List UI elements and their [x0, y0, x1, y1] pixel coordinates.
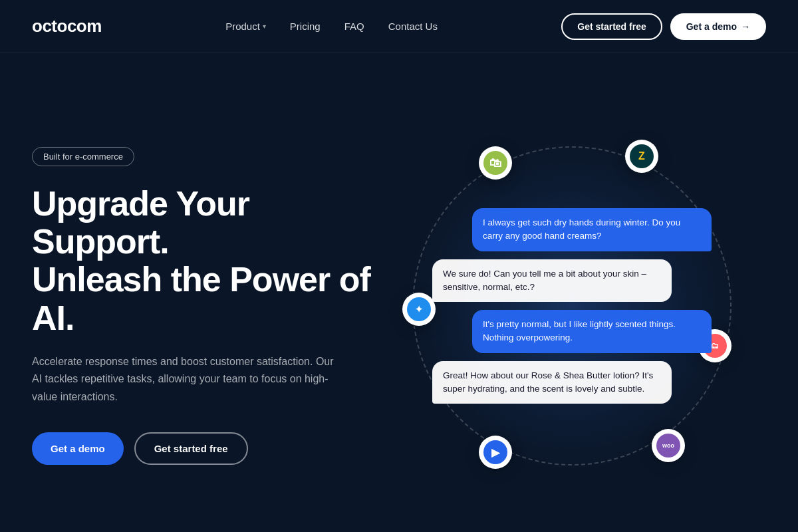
hero-visualization: 🛍 Z ✦ 🗂 ▶ woo I always get such dry hand… — [378, 80, 766, 532]
chat-container: I always get such dry hands during winte… — [432, 208, 712, 404]
platform-icon-recharm: ▶ — [479, 436, 512, 469]
arrow-right-icon: → — [741, 21, 750, 32]
navbar: octocom Product ▾ Pricing FAQ Contact Us… — [0, 0, 798, 53]
chat-message-1: I always get such dry hands during winte… — [432, 208, 712, 251]
get-started-free-button[interactable]: Get started free — [561, 13, 662, 40]
nav-link-pricing[interactable]: Pricing — [290, 21, 321, 32]
hero-buttons: Get a demo Get started free — [32, 432, 378, 465]
chat-message-2: We sure do! Can you tell me a bit about … — [432, 259, 712, 303]
nav-link-faq[interactable]: FAQ — [344, 21, 364, 32]
chat-message-3: It's pretty normal, but I like lightly s… — [432, 310, 712, 353]
chat-message-4: Great! How about our Rose & Shea Butter … — [432, 361, 712, 404]
platform-icon-woo: woo — [652, 429, 685, 462]
chevron-down-icon: ▾ — [263, 23, 266, 30]
logo: octocom — [32, 16, 102, 37]
nav-link-product[interactable]: Product ▾ — [225, 21, 266, 32]
hero-section: Built for e-commerce Upgrade Your Suppor… — [0, 53, 798, 532]
platform-icon-shopify: 🛍 — [479, 146, 512, 180]
chat-bubble-2: We sure do! Can you tell me a bit about … — [432, 259, 672, 303]
chat-bubble-4: Great! How about our Rose & Shea Butter … — [432, 361, 672, 404]
nav-link-contact[interactable]: Contact Us — [388, 21, 438, 32]
chat-bubble-1: I always get such dry hands during winte… — [472, 208, 712, 251]
hero-title: Upgrade Your Support. Unleash the Power … — [32, 185, 378, 337]
nav-actions: Get started free Get a demo → — [561, 13, 766, 40]
get-demo-button[interactable]: Get a demo → — [670, 13, 766, 40]
chat-bubble-3: It's pretty normal, but I like lightly s… — [472, 310, 712, 353]
hero-left: Built for e-commerce Upgrade Your Suppor… — [32, 147, 378, 465]
hero-get-demo-button[interactable]: Get a demo — [32, 432, 124, 465]
nav-links: Product ▾ Pricing FAQ Contact Us — [225, 21, 438, 32]
hero-description: Accelerate response times and boost cust… — [32, 353, 338, 406]
hero-badge: Built for e-commerce — [32, 147, 134, 166]
platform-icon-zendesk: Z — [625, 140, 658, 173]
hero-get-started-button[interactable]: Get started free — [134, 432, 248, 465]
platform-icon-intercom: ✦ — [402, 293, 436, 326]
